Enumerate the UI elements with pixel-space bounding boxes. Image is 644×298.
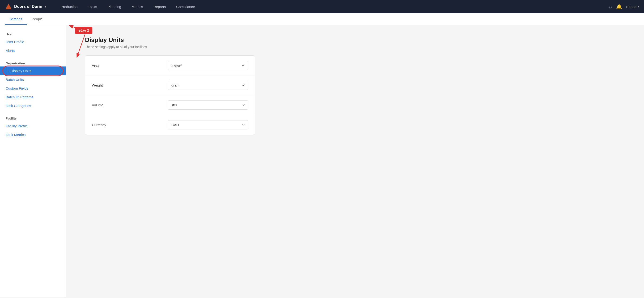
weight-label: Weight xyxy=(92,83,168,87)
volume-row: Volume liter gallon milliliter fluid oun… xyxy=(85,95,255,115)
brand-name: Doors of Durin xyxy=(14,4,42,9)
currency-label: Currency xyxy=(92,123,168,127)
brand-logo-button[interactable]: Doors of Durin ▾ xyxy=(5,3,46,10)
step2-badge: Step 2 xyxy=(75,27,92,34)
nav-compliance[interactable]: Compliance xyxy=(171,0,200,13)
nav-right: ⌕ 🔔 Elrond ▾ xyxy=(609,4,639,9)
display-units-card: Area meter² foot² yard² Weight gram kilo… xyxy=(85,55,255,135)
area-select[interactable]: meter² foot² yard² xyxy=(168,61,248,70)
sidebar-item-task-categories[interactable]: Task Categories xyxy=(0,101,66,110)
user-menu[interactable]: Elrond ▾ xyxy=(626,5,639,9)
currency-row: Currency CAD USD EUR GBP xyxy=(85,115,255,135)
area-label: Area xyxy=(92,63,168,67)
tab-people[interactable]: People xyxy=(27,13,48,25)
nav-production[interactable]: Production xyxy=(56,0,83,13)
sidebar-item-alerts[interactable]: Alerts xyxy=(0,46,66,55)
volume-select[interactable]: liter gallon milliliter fluid ounce xyxy=(168,100,248,110)
tab-settings[interactable]: Settings xyxy=(5,13,27,25)
sidebar-item-user-profile[interactable]: User Profile xyxy=(0,37,66,46)
area-control: meter² foot² yard² xyxy=(168,61,248,70)
volume-label: Volume xyxy=(92,103,168,107)
sidebar-section-facility: Facility xyxy=(0,115,66,122)
nav-links: Production Tasks Planning Metrics Report… xyxy=(56,0,609,13)
user-chevron: ▾ xyxy=(638,5,639,8)
area-row: Area meter² foot² yard² xyxy=(85,56,255,75)
volume-control: liter gallon milliliter fluid ounce xyxy=(168,100,248,110)
user-name: Elrond xyxy=(626,5,636,9)
nav-metrics[interactable]: Metrics xyxy=(126,0,148,13)
sidebar-section-user: User xyxy=(0,31,66,37)
sidebar: User User Profile Alerts Organization → … xyxy=(0,25,66,297)
sidebar-item-display-units[interactable]: → Display Units xyxy=(0,66,66,75)
tabs-bar: Settings People xyxy=(0,13,644,25)
nav-tasks[interactable]: Tasks xyxy=(83,0,102,13)
sidebar-item-custom-fields[interactable]: Custom Fields xyxy=(0,84,66,93)
page-subtitle: These settings apply to all of your faci… xyxy=(85,45,625,49)
svg-line-5 xyxy=(78,34,85,56)
sidebar-item-batch-id-patterns[interactable]: Batch ID Patterns xyxy=(0,93,66,101)
sidebar-item-facility-profile[interactable]: Facility Profile xyxy=(0,122,66,130)
currency-select[interactable]: CAD USD EUR GBP xyxy=(168,120,248,130)
notifications-icon[interactable]: 🔔 xyxy=(616,4,622,9)
sidebar-display-units-wrapper: → Display Units xyxy=(0,66,66,75)
sidebar-item-tank-metrics[interactable]: Tank Metrics xyxy=(0,130,66,139)
svg-line-4 xyxy=(71,26,85,32)
nav-reports[interactable]: Reports xyxy=(148,0,171,13)
top-navigation: Doors of Durin ▾ Production Tasks Planni… xyxy=(0,0,644,13)
main-content: Step 2 Displ xyxy=(66,25,644,297)
brand-chevron: ▾ xyxy=(44,5,46,8)
arrow-icon: → xyxy=(6,69,9,73)
weight-row: Weight gram kilogram pound ounce xyxy=(85,75,255,95)
currency-control: CAD USD EUR GBP xyxy=(168,120,248,130)
weight-select[interactable]: gram kilogram pound ounce xyxy=(168,81,248,90)
sidebar-item-batch-units[interactable]: Batch Units xyxy=(0,75,66,84)
search-icon[interactable]: ⌕ xyxy=(609,4,612,9)
brand-icon xyxy=(5,3,12,10)
nav-planning[interactable]: Planning xyxy=(102,0,126,13)
sidebar-section-organization: Organization xyxy=(0,60,66,66)
page-title: Display Units xyxy=(85,36,625,44)
page-layout: User User Profile Alerts Organization → … xyxy=(0,25,644,297)
weight-control: gram kilogram pound ounce xyxy=(168,81,248,90)
